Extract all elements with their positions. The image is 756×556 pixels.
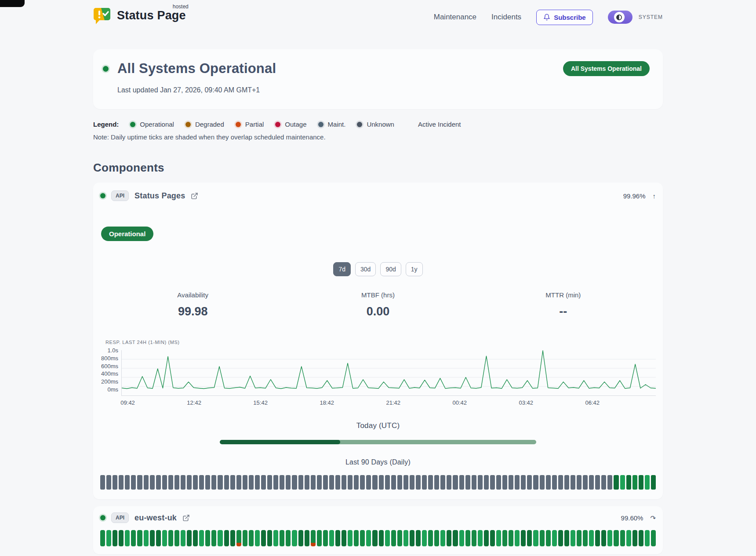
- uptime-day-tick[interactable]: [354, 475, 359, 490]
- uptime-day-tick[interactable]: [620, 530, 625, 546]
- range-button-7d[interactable]: 7d: [333, 262, 351, 276]
- uptime-day-tick[interactable]: [236, 475, 241, 490]
- uptime-day-tick[interactable]: [558, 475, 563, 490]
- uptime-day-tick[interactable]: [348, 475, 353, 490]
- uptime-day-tick[interactable]: [453, 475, 458, 490]
- uptime-day-tick[interactable]: [267, 530, 272, 546]
- uptime-day-tick[interactable]: [125, 530, 130, 546]
- uptime-day-tick[interactable]: [546, 530, 551, 546]
- uptime-day-tick[interactable]: [478, 530, 483, 546]
- uptime-day-tick[interactable]: [137, 475, 142, 490]
- uptime-day-tick[interactable]: [100, 475, 105, 490]
- uptime-day-tick[interactable]: [113, 530, 117, 546]
- uptime-day-tick[interactable]: [527, 530, 532, 546]
- uptime-day-tick[interactable]: [428, 475, 433, 490]
- subscribe-button[interactable]: Subscribe: [536, 10, 593, 25]
- nav-maintenance[interactable]: Maintenance: [434, 13, 476, 22]
- uptime-day-tick[interactable]: [205, 475, 210, 490]
- uptime-day-tick[interactable]: [329, 475, 334, 490]
- uptime-day-tick[interactable]: [391, 475, 396, 490]
- uptime-day-tick[interactable]: [465, 530, 470, 546]
- uptime-day-tick[interactable]: [496, 530, 501, 546]
- uptime-day-tick[interactable]: [162, 530, 167, 546]
- uptime-day-tick[interactable]: [113, 475, 117, 490]
- uptime-day-tick[interactable]: [181, 530, 185, 546]
- uptime-day-tick[interactable]: [571, 475, 575, 490]
- uptime-day-tick[interactable]: [385, 475, 390, 490]
- uptime-day-tick[interactable]: [571, 530, 575, 546]
- uptime-day-tick[interactable]: [546, 475, 551, 490]
- uptime-day-tick[interactable]: [174, 475, 179, 490]
- uptime-day-tick[interactable]: [379, 475, 384, 490]
- uptime-day-tick[interactable]: [527, 475, 532, 490]
- uptime-day-tick[interactable]: [193, 475, 198, 490]
- uptime-day-tick[interactable]: [317, 475, 322, 490]
- uptime-day-tick[interactable]: [552, 530, 557, 546]
- uptime-day-tick[interactable]: [323, 530, 328, 546]
- uptime-day-tick[interactable]: [410, 530, 414, 546]
- uptime-day-tick[interactable]: [552, 475, 557, 490]
- uptime-day-tick[interactable]: [410, 475, 414, 490]
- uptime-day-tick[interactable]: [416, 530, 421, 546]
- uptime-day-tick[interactable]: [131, 530, 136, 546]
- uptime-day-tick[interactable]: [329, 530, 334, 546]
- uptime-day-tick[interactable]: [366, 530, 371, 546]
- uptime-day-tick[interactable]: [459, 530, 464, 546]
- uptime-day-tick[interactable]: [224, 475, 229, 490]
- uptime-day-tick[interactable]: [515, 475, 520, 490]
- uptime-day-tick[interactable]: [144, 475, 149, 490]
- uptime-day-tick[interactable]: [261, 475, 266, 490]
- uptime-day-tick[interactable]: [632, 530, 637, 546]
- expand-icon[interactable]: ↷: [650, 515, 656, 521]
- uptime-day-tick[interactable]: [422, 530, 427, 546]
- uptime-day-tick[interactable]: [348, 530, 353, 546]
- uptime-day-tick[interactable]: [119, 475, 124, 490]
- uptime-day-tick[interactable]: [224, 530, 229, 546]
- uptime-day-tick[interactable]: [434, 530, 439, 546]
- uptime-day-tick[interactable]: [428, 530, 433, 546]
- uptime-day-tick[interactable]: [564, 530, 569, 546]
- uptime-day-tick[interactable]: [484, 475, 489, 490]
- uptime-day-tick[interactable]: [280, 530, 284, 546]
- uptime-day-tick[interactable]: [156, 475, 161, 490]
- uptime-day-tick[interactable]: [595, 475, 600, 490]
- uptime-day-tick[interactable]: [601, 475, 606, 490]
- uptime-day-tick[interactable]: [360, 530, 365, 546]
- uptime-day-tick[interactable]: [311, 530, 316, 546]
- uptime-day-tick[interactable]: [286, 530, 291, 546]
- uptime-day-tick[interactable]: [273, 530, 278, 546]
- uptime-day-tick[interactable]: [211, 530, 216, 546]
- uptime-day-tick[interactable]: [236, 530, 241, 546]
- uptime-day-tick[interactable]: [379, 530, 384, 546]
- uptime-day-tick[interactable]: [156, 530, 161, 546]
- range-button-1y[interactable]: 1y: [406, 262, 423, 276]
- uptime-day-tick[interactable]: [645, 530, 650, 546]
- uptime-day-tick[interactable]: [174, 530, 179, 546]
- uptime-day-tick[interactable]: [422, 475, 427, 490]
- uptime-day-tick[interactable]: [434, 475, 439, 490]
- uptime-day-tick[interactable]: [403, 530, 408, 546]
- uptime-day-tick[interactable]: [255, 530, 260, 546]
- uptime-day-tick[interactable]: [230, 530, 235, 546]
- uptime-day-tick[interactable]: [342, 530, 346, 546]
- uptime-day-tick[interactable]: [100, 530, 105, 546]
- uptime-day-tick[interactable]: [273, 475, 278, 490]
- uptime-day-tick[interactable]: [651, 530, 656, 546]
- uptime-day-tick[interactable]: [496, 475, 501, 490]
- uptime-day-tick[interactable]: [472, 530, 476, 546]
- uptime-day-tick[interactable]: [218, 530, 222, 546]
- uptime-day-tick[interactable]: [286, 475, 291, 490]
- collapse-icon[interactable]: ↑: [653, 193, 656, 199]
- nav-incidents[interactable]: Incidents: [491, 13, 521, 22]
- uptime-day-tick[interactable]: [459, 475, 464, 490]
- uptime-day-tick[interactable]: [391, 530, 396, 546]
- uptime-day-tick[interactable]: [502, 475, 507, 490]
- uptime-day-tick[interactable]: [397, 475, 402, 490]
- uptime-day-tick[interactable]: [298, 530, 303, 546]
- uptime-day-tick[interactable]: [385, 530, 390, 546]
- uptime-day-tick[interactable]: [564, 475, 569, 490]
- uptime-day-tick[interactable]: [521, 475, 526, 490]
- uptime-day-tick[interactable]: [416, 475, 421, 490]
- uptime-day-tick[interactable]: [267, 475, 272, 490]
- uptime-day-tick[interactable]: [335, 530, 340, 546]
